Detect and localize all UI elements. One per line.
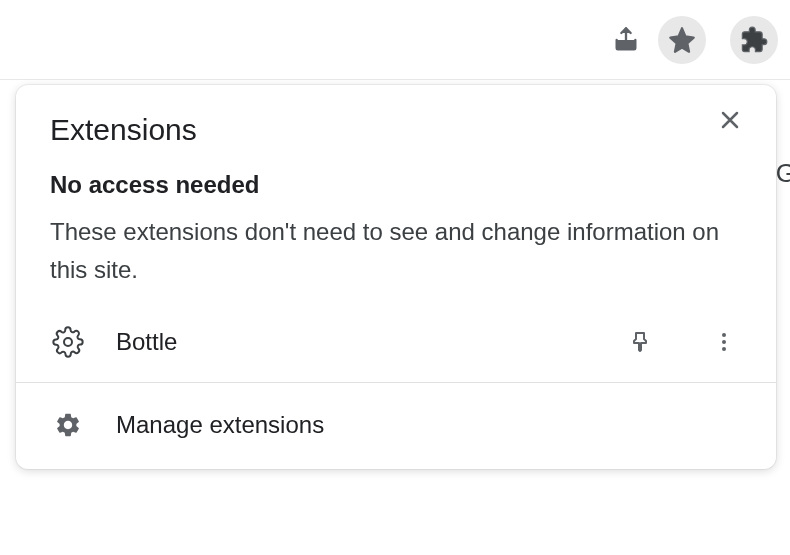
access-section: No access needed These extensions don't … [16, 147, 776, 310]
browser-toolbar [0, 0, 790, 80]
star-icon [668, 26, 696, 54]
extension-row[interactable]: Bottle [16, 310, 776, 382]
section-heading: No access needed [50, 171, 742, 199]
popup-header: Extensions [16, 103, 776, 147]
manage-extensions-button[interactable]: Manage extensions [16, 383, 776, 469]
gear-solid-icon [54, 411, 82, 439]
close-button[interactable] [712, 102, 748, 138]
bookmark-button[interactable] [658, 16, 706, 64]
close-icon [718, 108, 742, 132]
pin-icon [628, 330, 652, 354]
more-button[interactable] [706, 324, 742, 360]
section-description: These extensions don't need to see and c… [50, 213, 742, 290]
puzzle-icon [740, 26, 768, 54]
gear-icon [52, 326, 84, 358]
svg-point-1 [722, 333, 726, 337]
background-letter: G [776, 158, 790, 189]
manage-extensions-label: Manage extensions [116, 411, 324, 439]
pin-button[interactable] [622, 324, 658, 360]
svg-point-2 [722, 340, 726, 344]
extensions-button[interactable] [730, 16, 778, 64]
manage-gear-icon [50, 407, 86, 443]
svg-point-0 [64, 338, 72, 346]
popup-title: Extensions [50, 113, 197, 147]
share-button[interactable] [602, 16, 650, 64]
extensions-popup: Extensions No access needed These extens… [16, 85, 776, 469]
extension-settings-icon [50, 324, 86, 360]
svg-point-3 [722, 347, 726, 351]
share-icon [612, 26, 640, 54]
more-vert-icon [712, 330, 736, 354]
extension-name: Bottle [116, 328, 592, 356]
